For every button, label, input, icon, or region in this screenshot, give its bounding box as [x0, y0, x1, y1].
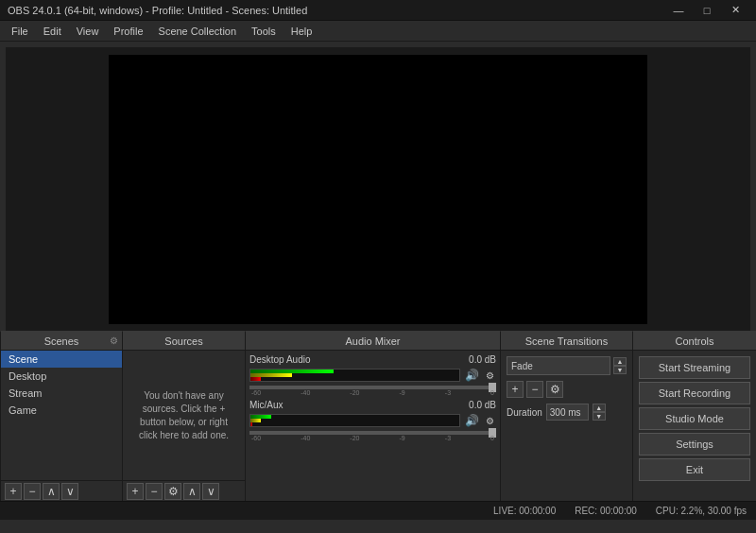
- audio-mixer-panel: Audio Mixer Desktop Audio 0.0 dB 🔊 ⚙: [246, 331, 501, 501]
- sources-panel: Sources You don't have any sources. Clic…: [123, 331, 246, 501]
- scenes-down-button[interactable]: ∨: [61, 483, 78, 500]
- duration-up-btn[interactable]: ▲: [593, 404, 606, 412]
- cpu-status: CPU: 2.2%, 30.00 fps: [656, 506, 747, 516]
- menu-view[interactable]: View: [69, 21, 107, 42]
- menu-scene-collection[interactable]: Scene Collection: [151, 21, 245, 42]
- scenes-config-icon[interactable]: ⚙: [110, 335, 118, 346]
- desktop-audio-meter: [249, 369, 460, 382]
- scene-item-0[interactable]: Scene: [1, 351, 122, 368]
- sources-toolbar: + − ⚙ ∧ ∨: [123, 480, 245, 501]
- exit-button[interactable]: Exit: [639, 458, 750, 481]
- scene-item-2[interactable]: Stream: [1, 385, 122, 402]
- preview-area: [6, 47, 750, 331]
- scenes-toolbar: + − ∧ ∨: [1, 480, 122, 501]
- mic-audio-config-button[interactable]: ⚙: [483, 414, 496, 427]
- transitions-up-btn[interactable]: ▲: [613, 357, 627, 366]
- title-text: OBS 24.0.1 (64-bit, windows) - Profile: …: [8, 5, 307, 16]
- sources-remove-button[interactable]: −: [146, 483, 163, 500]
- sources-down-button[interactable]: ∨: [202, 483, 219, 500]
- preview-canvas: [109, 55, 647, 324]
- transitions-content: Fade Cut Swipe Slide ▲ ▼ + − ⚙ Duration: [501, 351, 632, 501]
- menu-edit[interactable]: Edit: [36, 21, 69, 42]
- controls-panel-header: Controls: [633, 332, 756, 351]
- transitions-panel: Scene Transitions Fade Cut Swipe Slide ▲…: [501, 331, 633, 501]
- title-bar: OBS 24.0.1 (64-bit, windows) - Profile: …: [0, 0, 756, 21]
- audio-track-mic: Mic/Aux 0.0 dB 🔊 ⚙ -60: [249, 400, 496, 441]
- panels-row: Scenes ⚙ Scene Desktop Stream Game + − ∧…: [0, 331, 756, 501]
- mic-audio-mute-button[interactable]: 🔊: [463, 412, 480, 429]
- title-controls: — □ ✕: [665, 2, 748, 19]
- transitions-panel-header: Scene Transitions: [501, 332, 632, 351]
- scenes-add-button[interactable]: +: [5, 483, 22, 500]
- transitions-type-select[interactable]: Fade Cut Swipe Slide: [507, 356, 610, 375]
- controls-buttons: Start Streaming Start Recording Studio M…: [633, 351, 756, 501]
- start-recording-button[interactable]: Start Recording: [639, 382, 750, 404]
- minimize-button[interactable]: —: [665, 2, 692, 19]
- sources-add-button[interactable]: +: [127, 483, 144, 500]
- duration-label: Duration: [507, 407, 542, 418]
- transitions-config-button[interactable]: ⚙: [546, 381, 563, 398]
- menu-tools[interactable]: Tools: [244, 21, 284, 42]
- sources-panel-header: Sources: [123, 332, 245, 351]
- transitions-down-btn[interactable]: ▼: [613, 366, 627, 374]
- audio-panel-header: Audio Mixer: [246, 332, 500, 351]
- menu-help[interactable]: Help: [284, 21, 320, 42]
- transitions-remove-button[interactable]: −: [526, 381, 543, 398]
- controls-panel: Controls Start Streaming Start Recording…: [633, 331, 756, 501]
- settings-button[interactable]: Settings: [639, 433, 750, 456]
- scenes-panel-header: Scenes ⚙: [1, 332, 122, 351]
- desktop-audio-mute-button[interactable]: 🔊: [463, 367, 480, 384]
- start-streaming-button[interactable]: Start Streaming: [639, 356, 750, 379]
- audio-tracks: Desktop Audio 0.0 dB 🔊 ⚙ -60: [246, 351, 500, 501]
- desktop-audio-label: Desktop Audio: [249, 354, 311, 365]
- scene-item-1[interactable]: Desktop: [1, 368, 122, 385]
- live-status: LIVE: 00:00:00: [493, 506, 556, 516]
- sources-empty-text: You don't have any sources. Click the + …: [123, 351, 245, 480]
- desktop-audio-db: 0.0 dB: [469, 354, 496, 365]
- scenes-panel: Scenes ⚙ Scene Desktop Stream Game + − ∧…: [0, 331, 123, 501]
- status-bar: LIVE: 00:00:00 REC: 00:00:00 CPU: 2.2%, …: [0, 501, 756, 520]
- desktop-audio-volume-slider[interactable]: [249, 386, 496, 389]
- rec-status: REC: 00:00:00: [575, 506, 637, 516]
- menu-bar: File Edit View Profile Scene Collection …: [0, 21, 756, 42]
- close-button[interactable]: ✕: [722, 2, 748, 19]
- scene-item-3[interactable]: Game: [1, 402, 122, 419]
- scenes-remove-button[interactable]: −: [24, 483, 41, 500]
- sources-up-button[interactable]: ∧: [183, 483, 200, 500]
- scenes-up-button[interactable]: ∧: [43, 483, 60, 500]
- mic-audio-meter: [249, 414, 460, 427]
- mic-audio-volume-slider[interactable]: [249, 431, 496, 435]
- mic-audio-label: Mic/Aux: [249, 400, 284, 410]
- sources-config-button[interactable]: ⚙: [164, 483, 181, 500]
- desktop-audio-config-button[interactable]: ⚙: [483, 369, 496, 382]
- menu-profile[interactable]: Profile: [106, 21, 150, 42]
- mic-audio-db: 0.0 dB: [469, 400, 496, 410]
- studio-mode-button[interactable]: Studio Mode: [639, 407, 750, 430]
- audio-track-desktop: Desktop Audio 0.0 dB 🔊 ⚙ -60: [249, 354, 496, 396]
- menu-file[interactable]: File: [4, 21, 36, 42]
- duration-input[interactable]: [546, 404, 589, 421]
- maximize-button[interactable]: □: [694, 2, 720, 19]
- transitions-add-button[interactable]: +: [507, 381, 524, 398]
- duration-down-btn[interactable]: ▼: [593, 412, 606, 421]
- scene-list: Scene Desktop Stream Game: [1, 351, 122, 480]
